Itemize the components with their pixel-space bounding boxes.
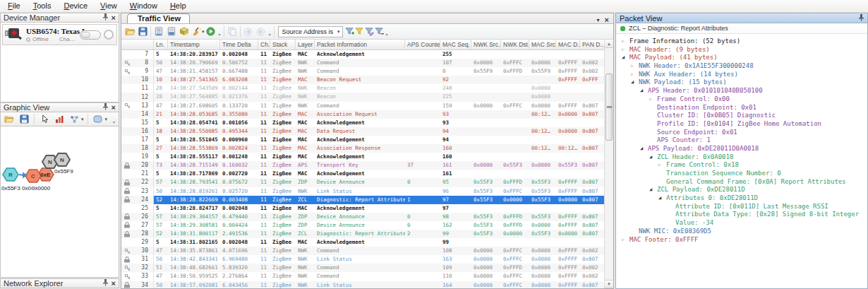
open-button[interactable] bbox=[3, 113, 16, 126]
pane-menu-icon[interactable]: ▾ bbox=[597, 17, 600, 23]
save-capture-button[interactable] bbox=[136, 25, 149, 38]
tree-node[interactable]: Source Endpoint: 0x01 bbox=[619, 129, 867, 137]
filter-field-select[interactable]: Source Address is ▾ bbox=[278, 26, 343, 37]
expand-open-icon[interactable]: ◢ bbox=[649, 186, 657, 194]
packet-row[interactable]: 15514:38:28.0547410.00105611ZigBeeMACAck… bbox=[121, 119, 604, 127]
column-header-mac-d[interactable]: MAC D… bbox=[556, 40, 580, 49]
router-node[interactable]: R bbox=[3, 168, 18, 181]
chevron-down-icon[interactable]: ▾ bbox=[81, 117, 84, 122]
tab-traffic-view[interactable]: Traffic View bbox=[127, 13, 190, 23]
expand-closed-icon[interactable]: ▷ bbox=[631, 62, 639, 71]
go-live-button[interactable] bbox=[205, 25, 217, 38]
packet-row[interactable]: 161814:38:28.5500850.49534411ZigBeeMACDa… bbox=[121, 127, 604, 136]
column-header-timestamp[interactable]: Timestamp bbox=[168, 40, 220, 49]
packet-row[interactable]: 225714:38:28.7935410.07567211ZigBeeZDPDe… bbox=[121, 178, 604, 187]
packet-row[interactable]: 325114:38:48.6826615.83932011ZigBeeNWKCo… bbox=[121, 264, 604, 272]
pane-close-icon[interactable]: × bbox=[605, 16, 609, 23]
filter-edit-button[interactable] bbox=[365, 25, 375, 38]
toolbar-overflow-button[interactable]: ▾ bbox=[111, 114, 116, 125]
packet-row[interactable]: 29514:38:31.8021650.00204811ZigBeeMACAck… bbox=[121, 238, 604, 247]
capture-toggle[interactable] bbox=[80, 30, 101, 40]
scroll-down-button[interactable]: ▼ bbox=[605, 280, 613, 288]
shape-style-button[interactable] bbox=[92, 113, 104, 126]
expand-closed-icon[interactable]: ▷ bbox=[631, 71, 639, 79]
packet-row[interactable]: 122814:38:27.5648850.02137611ZigBeeNWKBe… bbox=[121, 93, 604, 101]
packet-row[interactable]: 182714:38:28.5538690.00282411ZigBeeMACAs… bbox=[121, 144, 604, 153]
menu-help[interactable]: Help bbox=[164, 1, 193, 11]
expand-closed-icon[interactable]: ▷ bbox=[658, 161, 666, 170]
tree-node[interactable]: APS Counter: 1 bbox=[619, 136, 867, 145]
tree-node[interactable]: Attribute ID: [0x011D] Last Message RSSI bbox=[619, 203, 867, 211]
packet-row[interactable]: 101014:38:27.5413656.08320811ZigBeeMACBe… bbox=[121, 76, 604, 84]
tree-node[interactable]: ▷NWK Aux Header: (14 bytes) bbox=[619, 71, 867, 79]
tree-node[interactable]: Transaction Sequence Number: 0 bbox=[619, 170, 867, 178]
close-icon[interactable]: × bbox=[111, 14, 116, 21]
tree-node[interactable]: ◢MAC Payload: (41 bytes) bbox=[619, 54, 867, 62]
copy-button[interactable] bbox=[226, 25, 239, 38]
column-header-ch[interactable]: Ch. bbox=[258, 40, 270, 49]
expand-closed-icon[interactable]: ▷ bbox=[622, 37, 629, 46]
unknown-node[interactable]: N bbox=[54, 153, 70, 166]
column-header-layer[interactable]: Layer bbox=[296, 40, 315, 49]
pin-icon[interactable] bbox=[102, 103, 108, 112]
column-header-stack[interactable]: Stack bbox=[270, 40, 296, 49]
column-header-time-delta[interactable]: Time Delta bbox=[220, 40, 258, 49]
expand-open-icon[interactable]: ◢ bbox=[640, 145, 648, 153]
filter-remove-button[interactable] bbox=[375, 25, 385, 38]
tree-node[interactable]: General Command Frame: [0x0A] Report Att… bbox=[619, 178, 867, 187]
packet-row[interactable]: 17514:38:28.5510450.00096011ZigBeeMACAck… bbox=[121, 136, 604, 144]
menu-file[interactable]: File bbox=[1, 1, 27, 11]
expand-closed-icon[interactable]: ▷ bbox=[649, 95, 657, 104]
packet-row[interactable]: 345014:38:57.0920816.04345611ZigBeeNWKLi… bbox=[121, 281, 604, 288]
column-header-nwk-src[interactable]: NWK Src. bbox=[471, 40, 501, 49]
menu-view[interactable]: View bbox=[94, 1, 123, 11]
column-header-icons[interactable] bbox=[121, 40, 154, 49]
column-header-aps-counter[interactable]: APS Counter bbox=[405, 40, 440, 49]
select-cursor-button[interactable] bbox=[38, 113, 51, 126]
packet-row[interactable]: 245214:38:28.8226690.00340811ZigBeeZCLDi… bbox=[121, 196, 604, 204]
packet-row[interactable]: 85014:38:20.7906690.50675211ZigBeeNWKCom… bbox=[121, 59, 604, 67]
session-log-button[interactable] bbox=[152, 25, 165, 38]
tree-node[interactable]: ◢ZCL Payload: 0xDE28011D bbox=[619, 186, 867, 194]
packet-row[interactable]: 25514:38:28.8247170.00204811ZigBeeMACAck… bbox=[121, 204, 604, 213]
expand-open-icon[interactable]: ◢ bbox=[658, 194, 666, 203]
tree-node[interactable]: ◢APS Payload: 0xDE28011D0A0018 bbox=[619, 145, 867, 153]
packet-row[interactable]: 235014:38:28.8192610.02572011ZigBeeNWKLi… bbox=[121, 187, 604, 196]
network-canvas[interactable]: N N C R bbox=[0, 126, 119, 278]
packet-row[interactable]: 275714:38:29.3085810.00442411ZigBeeZDPDe… bbox=[121, 221, 604, 230]
chevron-down-icon[interactable]: ▾ bbox=[202, 29, 205, 35]
topology-layout-button[interactable] bbox=[68, 113, 80, 126]
toolbar-overflow-button[interactable]: ▾ bbox=[267, 26, 272, 37]
filter-apply-button[interactable] bbox=[355, 25, 365, 38]
column-header-mac-seq[interactable]: MAC Seq. bbox=[440, 40, 471, 49]
menu-device[interactable]: Device bbox=[57, 1, 94, 11]
expand-open-icon[interactable]: ◢ bbox=[631, 78, 639, 87]
pin-icon[interactable] bbox=[858, 14, 864, 23]
tree-node[interactable]: Attribute Data Type: [0x28] Signed 8-bit… bbox=[619, 211, 867, 219]
packet-row[interactable]: 285214:38:31.8001172.49153611ZigBeeZCLDi… bbox=[121, 230, 604, 238]
toolbar-overflow-button[interactable]: ▾ bbox=[385, 26, 390, 37]
next-packet-button[interactable] bbox=[255, 25, 267, 38]
tree-node[interactable]: ▷NWK Header: 0x1A1E55F300000248 bbox=[619, 62, 867, 71]
column-header-nwk-dst[interactable]: NWK Dst. bbox=[501, 40, 529, 49]
chevron-down-icon[interactable]: ▾ bbox=[105, 117, 108, 122]
tree-node[interactable]: ▷Frame Control: 0x18 bbox=[619, 161, 867, 170]
tree-node[interactable]: ◢APS Header: 0x010101040B050100 bbox=[619, 87, 867, 95]
coordinator-node[interactable]: C bbox=[25, 170, 41, 182]
column-header-ln[interactable]: Ln. bbox=[154, 40, 168, 49]
packet-row[interactable]: 315014:38:42.8433416.96948011ZigBeeNWKLi… bbox=[121, 255, 604, 264]
packet-row[interactable]: 7514:38:20.2839170.00204811ZigBeeMACAckn… bbox=[121, 50, 604, 59]
pin-icon[interactable] bbox=[102, 279, 108, 288]
session-view-button[interactable] bbox=[165, 25, 178, 38]
packet-row[interactable]: 142114:38:28.0536850.35508011ZigBeeMACAs… bbox=[121, 110, 604, 119]
expand-closed-icon[interactable]: ▷ bbox=[622, 46, 629, 54]
packet-row[interactable]: 265714:38:29.3041570.47944011ZigBeeZDPDe… bbox=[121, 213, 604, 221]
scroll-up-button[interactable]: ▲ bbox=[605, 40, 613, 48]
close-icon[interactable]: × bbox=[111, 104, 116, 111]
tree-node[interactable]: ▷MAC Footer: 0xFFFF bbox=[619, 236, 867, 244]
save-image-button[interactable] bbox=[18, 113, 30, 126]
tree-node[interactable]: ▷Frame Control: 0x00 bbox=[619, 95, 867, 104]
expand-open-icon[interactable]: ◢ bbox=[649, 153, 657, 162]
packet-row[interactable]: 304714:38:35.8738614.07169611ZigBeeNWKCo… bbox=[121, 247, 604, 255]
column-header-packet-information[interactable]: Packet Information bbox=[315, 40, 405, 49]
